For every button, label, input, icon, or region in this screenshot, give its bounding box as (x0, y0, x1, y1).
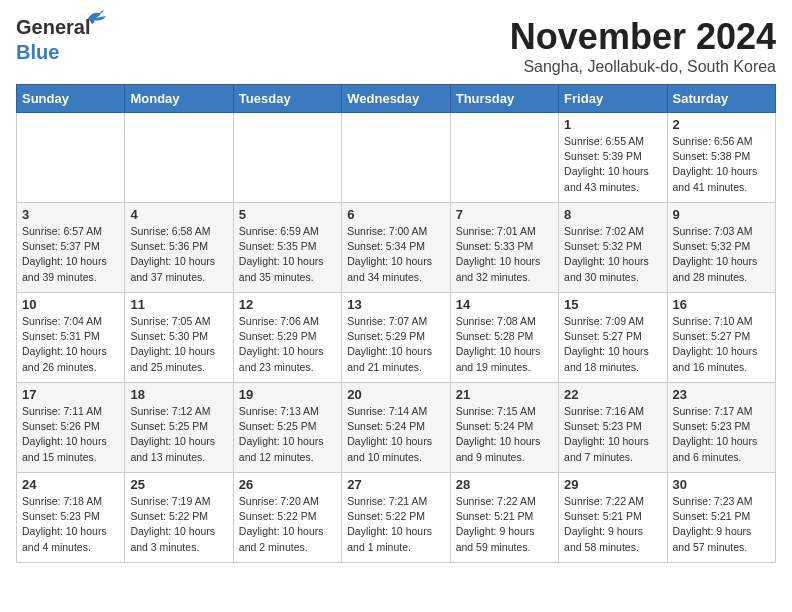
calendar-cell: 7 Sunrise: 7:01 AM Sunset: 5:33 PM Dayli… (450, 203, 558, 293)
logo-bird-icon (86, 8, 108, 26)
sunrise-text: Sunrise: 7:02 AM (564, 225, 644, 237)
day-info: Sunrise: 7:22 AM Sunset: 5:21 PM Dayligh… (456, 494, 553, 555)
day-number: 25 (130, 477, 227, 492)
calendar-cell: 14 Sunrise: 7:08 AM Sunset: 5:28 PM Dayl… (450, 293, 558, 383)
page-header: General Blue November 2024 Sangha, Jeoll… (16, 16, 776, 76)
day-number: 23 (673, 387, 770, 402)
day-number: 13 (347, 297, 444, 312)
daylight-text: Daylight: 10 hours and 28 minutes. (673, 255, 758, 282)
daylight-text: Daylight: 10 hours and 13 minutes. (130, 435, 215, 462)
calendar-cell (233, 113, 341, 203)
daylight-text: Daylight: 9 hours and 59 minutes. (456, 525, 535, 552)
month-title: November 2024 (510, 16, 776, 58)
sunrise-text: Sunrise: 7:05 AM (130, 315, 210, 327)
calendar-cell: 3 Sunrise: 6:57 AM Sunset: 5:37 PM Dayli… (17, 203, 125, 293)
calendar-cell: 22 Sunrise: 7:16 AM Sunset: 5:23 PM Dayl… (559, 383, 667, 473)
day-number: 22 (564, 387, 661, 402)
sunset-text: Sunset: 5:29 PM (239, 330, 317, 342)
day-number: 18 (130, 387, 227, 402)
day-number: 1 (564, 117, 661, 132)
sunrise-text: Sunrise: 7:11 AM (22, 405, 102, 417)
day-number: 28 (456, 477, 553, 492)
daylight-text: Daylight: 10 hours and 3 minutes. (130, 525, 215, 552)
day-number: 7 (456, 207, 553, 222)
sunrise-text: Sunrise: 7:16 AM (564, 405, 644, 417)
sunrise-text: Sunrise: 7:18 AM (22, 495, 102, 507)
calendar-cell (450, 113, 558, 203)
daylight-text: Daylight: 10 hours and 19 minutes. (456, 345, 541, 372)
day-info: Sunrise: 7:07 AM Sunset: 5:29 PM Dayligh… (347, 314, 444, 375)
day-info: Sunrise: 7:23 AM Sunset: 5:21 PM Dayligh… (673, 494, 770, 555)
sunset-text: Sunset: 5:23 PM (564, 420, 642, 432)
sunset-text: Sunset: 5:22 PM (130, 510, 208, 522)
sunset-text: Sunset: 5:32 PM (564, 240, 642, 252)
calendar-cell: 26 Sunrise: 7:20 AM Sunset: 5:22 PM Dayl… (233, 473, 341, 563)
title-block: November 2024 Sangha, Jeollabuk-do, Sout… (510, 16, 776, 76)
sunset-text: Sunset: 5:38 PM (673, 150, 751, 162)
daylight-text: Daylight: 10 hours and 10 minutes. (347, 435, 432, 462)
day-info: Sunrise: 6:58 AM Sunset: 5:36 PM Dayligh… (130, 224, 227, 285)
daylight-text: Daylight: 10 hours and 6 minutes. (673, 435, 758, 462)
daylight-text: Daylight: 10 hours and 7 minutes. (564, 435, 649, 462)
daylight-text: Daylight: 10 hours and 18 minutes. (564, 345, 649, 372)
sunrise-text: Sunrise: 7:04 AM (22, 315, 102, 327)
daylight-text: Daylight: 10 hours and 39 minutes. (22, 255, 107, 282)
sunset-text: Sunset: 5:39 PM (564, 150, 642, 162)
day-info: Sunrise: 7:10 AM Sunset: 5:27 PM Dayligh… (673, 314, 770, 375)
calendar-cell: 4 Sunrise: 6:58 AM Sunset: 5:36 PM Dayli… (125, 203, 233, 293)
day-info: Sunrise: 7:12 AM Sunset: 5:25 PM Dayligh… (130, 404, 227, 465)
sunrise-text: Sunrise: 6:59 AM (239, 225, 319, 237)
day-number: 26 (239, 477, 336, 492)
sunrise-text: Sunrise: 7:06 AM (239, 315, 319, 327)
sunrise-text: Sunrise: 7:07 AM (347, 315, 427, 327)
day-of-week-header: Thursday (450, 85, 558, 113)
calendar-cell: 20 Sunrise: 7:14 AM Sunset: 5:24 PM Dayl… (342, 383, 450, 473)
day-info: Sunrise: 6:56 AM Sunset: 5:38 PM Dayligh… (673, 134, 770, 195)
day-info: Sunrise: 7:03 AM Sunset: 5:32 PM Dayligh… (673, 224, 770, 285)
calendar-week-row: 10 Sunrise: 7:04 AM Sunset: 5:31 PM Dayl… (17, 293, 776, 383)
sunset-text: Sunset: 5:24 PM (347, 420, 425, 432)
sunrise-text: Sunrise: 7:15 AM (456, 405, 536, 417)
sunrise-text: Sunrise: 7:10 AM (673, 315, 753, 327)
sunset-text: Sunset: 5:36 PM (130, 240, 208, 252)
day-number: 3 (22, 207, 119, 222)
sunset-text: Sunset: 5:27 PM (673, 330, 751, 342)
daylight-text: Daylight: 10 hours and 37 minutes. (130, 255, 215, 282)
sunset-text: Sunset: 5:28 PM (456, 330, 534, 342)
logo-blue-text: Blue (16, 41, 59, 64)
sunset-text: Sunset: 5:23 PM (22, 510, 100, 522)
daylight-text: Daylight: 10 hours and 35 minutes. (239, 255, 324, 282)
day-number: 11 (130, 297, 227, 312)
sunset-text: Sunset: 5:21 PM (673, 510, 751, 522)
day-number: 12 (239, 297, 336, 312)
day-info: Sunrise: 6:57 AM Sunset: 5:37 PM Dayligh… (22, 224, 119, 285)
calendar-cell: 5 Sunrise: 6:59 AM Sunset: 5:35 PM Dayli… (233, 203, 341, 293)
day-number: 9 (673, 207, 770, 222)
sunset-text: Sunset: 5:23 PM (673, 420, 751, 432)
day-info: Sunrise: 7:16 AM Sunset: 5:23 PM Dayligh… (564, 404, 661, 465)
sunset-text: Sunset: 5:34 PM (347, 240, 425, 252)
day-of-week-header: Sunday (17, 85, 125, 113)
sunrise-text: Sunrise: 7:09 AM (564, 315, 644, 327)
calendar-cell: 17 Sunrise: 7:11 AM Sunset: 5:26 PM Dayl… (17, 383, 125, 473)
day-of-week-header: Tuesday (233, 85, 341, 113)
location-subtitle: Sangha, Jeollabuk-do, South Korea (510, 58, 776, 76)
sunrise-text: Sunrise: 7:01 AM (456, 225, 536, 237)
calendar-table: SundayMondayTuesdayWednesdayThursdayFrid… (16, 84, 776, 563)
calendar-cell: 29 Sunrise: 7:22 AM Sunset: 5:21 PM Dayl… (559, 473, 667, 563)
sunrise-text: Sunrise: 7:17 AM (673, 405, 753, 417)
calendar-cell (125, 113, 233, 203)
day-info: Sunrise: 7:19 AM Sunset: 5:22 PM Dayligh… (130, 494, 227, 555)
sunset-text: Sunset: 5:25 PM (239, 420, 317, 432)
calendar-cell: 12 Sunrise: 7:06 AM Sunset: 5:29 PM Dayl… (233, 293, 341, 383)
sunset-text: Sunset: 5:22 PM (239, 510, 317, 522)
logo-general-text: General (16, 16, 90, 38)
sunset-text: Sunset: 5:35 PM (239, 240, 317, 252)
day-info: Sunrise: 7:00 AM Sunset: 5:34 PM Dayligh… (347, 224, 444, 285)
day-info: Sunrise: 7:22 AM Sunset: 5:21 PM Dayligh… (564, 494, 661, 555)
day-of-week-header: Wednesday (342, 85, 450, 113)
day-number: 29 (564, 477, 661, 492)
day-info: Sunrise: 7:05 AM Sunset: 5:30 PM Dayligh… (130, 314, 227, 375)
day-info: Sunrise: 6:55 AM Sunset: 5:39 PM Dayligh… (564, 134, 661, 195)
daylight-text: Daylight: 10 hours and 21 minutes. (347, 345, 432, 372)
